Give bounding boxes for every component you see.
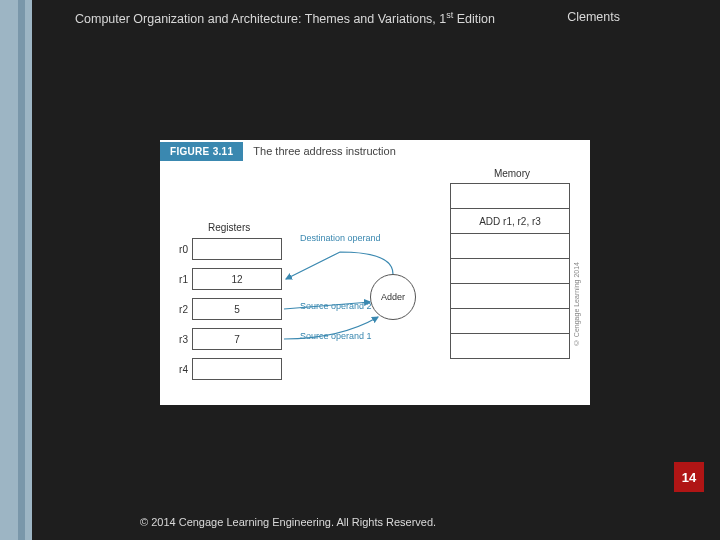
slide-header: Computer Organization and Architecture: … <box>75 10 680 26</box>
registers-label: Registers <box>208 222 250 233</box>
figure-caption: The three address instruction <box>253 145 395 157</box>
reg-cell: 12 <box>192 268 282 290</box>
left-stripe <box>0 0 32 540</box>
src2-operand-label: Source operand 2 <box>300 302 372 312</box>
mem-cell <box>450 233 570 259</box>
register-row: r4 <box>170 358 282 380</box>
reg-name: r3 <box>170 334 188 345</box>
register-row: r1 12 <box>170 268 282 290</box>
side-copyright: © Cengage Learning 2014 <box>573 262 580 346</box>
memory-label: Memory <box>494 168 530 179</box>
reg-name: r2 <box>170 304 188 315</box>
left-stripe-inner <box>18 0 25 540</box>
footer-copyright: © 2014 Cengage Learning Engineering. All… <box>140 516 436 528</box>
figure-title-bar: FIGURE 3.11 The three address instructio… <box>160 140 590 162</box>
register-row: r2 5 <box>170 298 282 320</box>
figure-tag: FIGURE 3.11 <box>160 142 243 161</box>
mem-cell: ADD r1, r2, r3 <box>450 208 570 234</box>
reg-cell: 5 <box>192 298 282 320</box>
reg-name: r4 <box>170 364 188 375</box>
reg-name: r1 <box>170 274 188 285</box>
reg-cell: 7 <box>192 328 282 350</box>
title-post: Edition <box>453 12 495 26</box>
mem-cell <box>450 258 570 284</box>
register-row: r3 7 <box>170 328 282 350</box>
author-name: Clements <box>567 10 620 26</box>
adder-node: Adder <box>370 274 416 320</box>
memory-stack: ADD r1, r2, r3 <box>450 184 570 359</box>
mem-cell <box>450 283 570 309</box>
figure-area: FIGURE 3.11 The three address instructio… <box>160 140 590 405</box>
mem-cell <box>450 308 570 334</box>
dest-operand-label: Destination operand <box>300 234 381 244</box>
mem-cell <box>450 183 570 209</box>
mem-cell <box>450 333 570 359</box>
reg-cell <box>192 238 282 260</box>
register-row: r0 <box>170 238 282 260</box>
reg-cell <box>192 358 282 380</box>
title-pre: Computer Organization and Architecture: … <box>75 12 446 26</box>
diagram: Memory ADD r1, r2, r3 Registers r0 r1 12… <box>160 162 590 405</box>
book-title: Computer Organization and Architecture: … <box>75 10 495 26</box>
src1-operand-label: Source operand 1 <box>300 332 372 342</box>
reg-name: r0 <box>170 244 188 255</box>
page-number: 14 <box>674 462 704 492</box>
